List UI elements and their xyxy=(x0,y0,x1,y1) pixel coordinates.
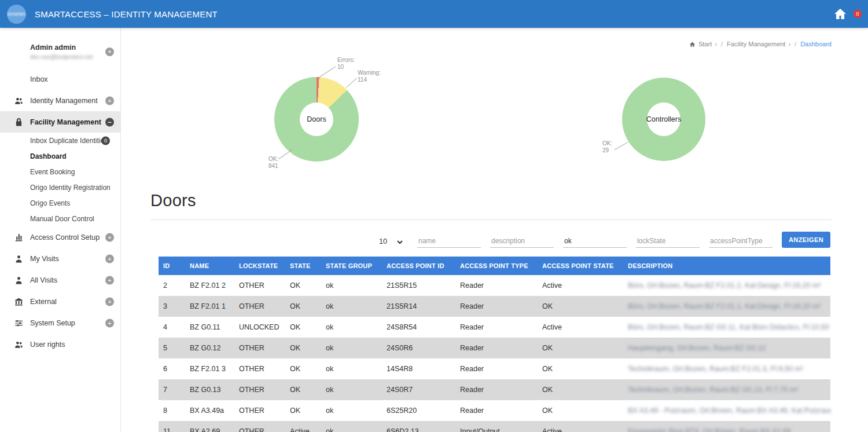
column-header: DESCRIPTION xyxy=(623,257,830,275)
column-header: ACCESS POINT STATE xyxy=(538,257,623,275)
table-cell: Büro, Ort:Bozen, Raum:BZ G0.11, Kat:Büro… xyxy=(623,317,830,338)
table-cell: Technikraum, Ort:Bozen, Raum:BZ G0.13, F… xyxy=(623,379,830,400)
table-cell: Active xyxy=(538,421,623,432)
users-icon xyxy=(14,339,24,349)
home-icon[interactable] xyxy=(833,7,847,21)
sidebar-item-user-rights[interactable]: User rights xyxy=(0,334,120,355)
controllers-donut-chart[interactable]: Controllers xyxy=(622,78,705,161)
table-row[interactable]: 11BX A2.69OTHERActiveok6S6D2.13Input/Out… xyxy=(159,421,830,432)
sidebar-subitem-manual-door-control[interactable]: Manual Door Control xyxy=(0,211,120,226)
table-cell: 11 xyxy=(159,421,185,432)
table-cell: Reader xyxy=(455,400,538,421)
plus-icon[interactable] xyxy=(105,276,114,284)
plus-icon[interactable] xyxy=(105,233,114,241)
filter-description-input[interactable] xyxy=(490,235,554,248)
anzeigen-button[interactable]: ANZEIGEN xyxy=(782,232,830,248)
table-cell: ok xyxy=(321,296,382,317)
table-cell: OK xyxy=(285,296,321,317)
table-cell: Input/Output xyxy=(455,421,538,432)
logo-text: smartec xyxy=(7,11,25,17)
minus-icon[interactable] xyxy=(105,118,114,126)
sidebar-item-label: Inbox xyxy=(30,75,48,83)
table-cell: BZ F2.01 3 xyxy=(185,358,234,379)
sidebar-item-label: Access Control Setup xyxy=(30,233,100,241)
doors-table-area: 10 ANZEIGEN IDNAMELOCKSTATESTATESTATE GR… xyxy=(159,232,830,432)
table-row[interactable]: 7BZ G0.13OTHEROKok24S0R7ReaderOKTechnikr… xyxy=(159,379,830,400)
sidebar-item-external[interactable]: External xyxy=(0,291,120,312)
page-size-select[interactable]: 10 xyxy=(377,237,404,248)
column-header: ACCESS POINT TYPE xyxy=(455,257,538,275)
table-cell: ok xyxy=(321,421,382,432)
table-row[interactable]: 4BZ G0.11UNLOCKEDOKok24S8R54ReaderActive… xyxy=(159,317,830,338)
bank-icon xyxy=(14,296,24,306)
doors-table: IDNAMELOCKSTATESTATESTATE GROUPACCESS PO… xyxy=(159,257,830,432)
table-cell: UNLOCKED xyxy=(234,317,285,338)
sidebar: Admin admin dev-xxx@testprotect.net Inbo… xyxy=(0,28,121,432)
doors-donut-chart[interactable]: Doors xyxy=(274,77,359,162)
filter-state-input[interactable] xyxy=(563,235,627,248)
plus-icon[interactable] xyxy=(105,318,114,327)
plus-icon[interactable] xyxy=(105,297,114,306)
table-cell: OK xyxy=(285,400,321,421)
people-icon xyxy=(14,96,24,105)
filter-accesspointtype-input[interactable] xyxy=(709,235,773,248)
table-cell: 6S25R20 xyxy=(382,400,455,421)
table-row[interactable]: 2BZ F2.01 2OTHEROKok21S5R15ReaderActiveB… xyxy=(159,275,830,296)
callout-value: 10 xyxy=(337,64,355,71)
table-cell: 24S0R7 xyxy=(382,379,455,400)
sidebar-subitem-label: Dashboard xyxy=(30,152,67,160)
table-cell: OK xyxy=(285,379,321,400)
main-content: Start Facility Management Dashboard Door… xyxy=(121,28,868,432)
table-cell: Active xyxy=(538,317,623,338)
controllers-chart-center-label: Controllers xyxy=(647,102,681,136)
table-cell: 8 xyxy=(159,400,185,421)
table-cell: OK xyxy=(538,296,623,317)
table-cell: OTHER xyxy=(234,296,285,317)
table-cell: 4 xyxy=(159,317,185,338)
table-row[interactable]: 3BZ F2.01 1OTHEROKok21S5R14ReaderOKBüro,… xyxy=(159,296,830,317)
table-cell: Büro, Ort:Bozen, Raum:BZ F2.01.1, Kat:De… xyxy=(623,296,830,317)
sidebar-item-my-visits[interactable]: My Visits xyxy=(0,248,120,269)
sidebar-item-inbox[interactable]: Inbox xyxy=(0,68,120,90)
plus-icon[interactable] xyxy=(105,47,114,56)
table-cell: 24S0R6 xyxy=(382,338,455,358)
table-row[interactable]: 5BZ G0.12OTHEROKok24S0R6ReaderOKHauptein… xyxy=(159,338,830,358)
table-cell: OK xyxy=(285,358,321,379)
notification-badge: 0 xyxy=(854,10,862,18)
table-cell: OK xyxy=(538,379,623,400)
sidebar-subitem-label: Event Booking xyxy=(30,168,75,176)
sidebar-subitem-origo-identity-registration[interactable]: Origo Identity Registration xyxy=(0,180,120,195)
table-cell: Reader xyxy=(455,317,538,338)
filter-lockstate-input[interactable] xyxy=(636,235,700,248)
sidebar-user[interactable]: Admin admin dev-xxx@testprotect.net xyxy=(0,28,120,68)
table-cell: OK xyxy=(285,338,321,358)
sidebar-subitem-dashboard[interactable]: Dashboard xyxy=(0,148,120,164)
sidebar-item-access-control-setup[interactable]: Access Control Setup xyxy=(0,226,120,248)
table-cell: OTHER xyxy=(234,275,285,296)
plus-icon[interactable] xyxy=(105,254,114,263)
table-row[interactable]: 8BX A3.49aOTHEROKok6S25R20ReaderOKBX A3.… xyxy=(159,400,830,421)
column-header: STATE xyxy=(285,257,321,275)
sidebar-subitem-inbox-duplicate-identities[interactable]: Inbox Duplicate Identities 0 xyxy=(0,133,120,148)
sidebar-item-label: My Visits xyxy=(30,255,59,263)
filter-name-input[interactable] xyxy=(417,235,481,248)
topbar-actions: 0 xyxy=(833,7,858,21)
plus-icon[interactable] xyxy=(105,96,114,105)
sidebar-item-identity-management[interactable]: Identity Management xyxy=(0,90,120,111)
sidebar-item-system-setup[interactable]: System Setup xyxy=(0,312,120,334)
app-title: SMARTACCESS – IDENTITY MANAGEMENT xyxy=(35,9,218,19)
table-cell: BX A3.49 - Putzraum, Ort:Brixen, Raum:BX… xyxy=(623,400,830,421)
table-filter-bar: 10 ANZEIGEN xyxy=(159,232,830,248)
table-row[interactable]: 6BZ F2.01 3OTHEROKok14S4R8ReaderOKTechni… xyxy=(159,358,830,379)
table-cell: Büro, Ort:Bozen, Raum:BZ F2.01.2, Kat:De… xyxy=(623,275,830,296)
callout-label: OK xyxy=(269,156,278,163)
sidebar-item-all-visits[interactable]: All Visits xyxy=(0,269,120,291)
facility-submenu: Inbox Duplicate Identities 0 Dashboard E… xyxy=(0,133,120,226)
sidebar-subitem-event-booking[interactable]: Event Booking xyxy=(0,164,120,180)
sliders-icon xyxy=(14,318,24,328)
sidebar-subitem-origo-events[interactable]: Origo Events xyxy=(0,195,120,211)
app-logo[interactable]: smartec xyxy=(7,5,26,24)
column-header: ID xyxy=(159,257,185,275)
sidebar-item-facility-management[interactable]: Facility Management xyxy=(0,111,120,133)
callout-line xyxy=(318,66,336,78)
